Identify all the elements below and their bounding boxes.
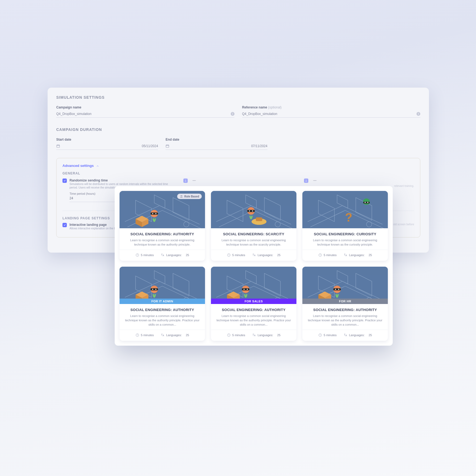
course-title: SOCIAL ENGINEERING: AUTHORITY xyxy=(216,308,292,312)
course-meta: 5 minutes Languages: 25 xyxy=(302,250,388,261)
info-icon[interactable]: i xyxy=(416,112,420,116)
right-partial-text: old screen before xyxy=(393,223,414,226)
group-icon xyxy=(304,178,308,183)
option-hidden-1[interactable]: — xyxy=(183,178,293,183)
clock-icon xyxy=(135,253,139,257)
course-meta: 5 minutes Languages: 25 xyxy=(302,330,388,341)
info-icon[interactable]: i xyxy=(231,112,234,116)
randomize-label: Randomize sending time xyxy=(70,178,173,182)
checkbox-checked-icon[interactable] xyxy=(62,223,67,227)
svg-point-3 xyxy=(306,180,307,181)
translate-icon xyxy=(343,333,347,337)
svg-rect-0 xyxy=(57,145,60,147)
clock-icon xyxy=(227,333,231,337)
translate-icon xyxy=(343,253,347,257)
course-card[interactable]: FOR IT ADMIN SOCIAL ENGINEERING: AUTHORI… xyxy=(120,267,205,341)
advanced-settings-toggle[interactable]: Advanced settings xyxy=(62,164,414,168)
translate-icon xyxy=(252,333,256,337)
course-meta: 5 minutes Languages: 25 xyxy=(120,330,205,341)
campaign-name-label: Campaign name xyxy=(56,105,234,109)
course-thumbnail: Role Based xyxy=(120,191,205,228)
course-thumbnail: ? xyxy=(302,191,388,228)
course-description: Learn to recognise a common social engin… xyxy=(124,238,200,247)
duration: 5 minutes xyxy=(318,333,337,337)
option-hidden-2[interactable]: — xyxy=(304,178,414,183)
section-title-simulation: SIMULATION SETTINGS xyxy=(56,95,420,100)
courses-grid: Role Based SOCIAL ENGINEERING: AUTHORITY… xyxy=(115,186,393,346)
campaign-name-input[interactable]: Q4_DropBox_simulation i xyxy=(56,111,234,118)
translate-icon xyxy=(161,333,164,337)
course-description: Learn to recognise a common social engin… xyxy=(216,238,292,247)
start-date-input[interactable]: 05/11/2024 xyxy=(56,143,158,150)
course-meta: 5 minutes Languages: 25 xyxy=(211,330,296,341)
languages: Languages: 25 xyxy=(343,253,372,257)
clock-icon xyxy=(135,333,139,337)
svg-text:?: ? xyxy=(345,211,352,224)
svg-point-4 xyxy=(181,196,181,196)
start-date-value: 05/11/2024 xyxy=(142,144,158,148)
course-card[interactable]: ? SOCIAL ENGINEERING: CURIOSITY Learn to… xyxy=(302,191,388,261)
course-thumbnail xyxy=(211,191,296,228)
course-meta: 5 minutes Languages: 25 xyxy=(120,250,205,261)
audience-bar: FOR SALES xyxy=(211,299,296,304)
duration: 5 minutes xyxy=(135,253,154,257)
languages: Languages: 25 xyxy=(252,333,280,337)
course-title: SOCIAL ENGINEERING: AUTHORITY xyxy=(124,308,200,312)
clock-icon xyxy=(227,253,231,257)
clock-icon xyxy=(318,253,322,257)
translate-icon xyxy=(161,253,164,257)
general-subhead: GENERAL xyxy=(62,171,414,175)
course-thumbnail: FOR HR xyxy=(302,267,388,304)
end-date-value: 07/11/2024 xyxy=(251,144,267,148)
languages: Languages: 25 xyxy=(252,253,280,257)
course-description: Learn to recognise a common social engin… xyxy=(216,314,292,327)
section-title-duration: CAMPAIGN DURATION xyxy=(56,127,420,132)
course-card[interactable]: FOR HR SOCIAL ENGINEERING: AUTHORITY Lea… xyxy=(302,267,388,341)
end-date-label: End date xyxy=(166,138,267,141)
course-card[interactable]: FOR SALES SOCIAL ENGINEERING: AUTHORITY … xyxy=(211,267,296,341)
course-thumbnail: FOR IT ADMIN xyxy=(120,267,205,304)
clock-icon xyxy=(318,333,322,337)
audience-bar: FOR IT ADMIN xyxy=(120,299,205,304)
course-card[interactable]: SOCIAL ENGINEERING: SCARCITY Learn to re… xyxy=(211,191,296,261)
field-campaign-name: Campaign name Q4_DropBox_simulation i xyxy=(56,105,234,118)
duration: 5 minutes xyxy=(227,333,245,337)
role-based-pill: Role Based xyxy=(177,194,202,199)
course-thumbnail: FOR SALES xyxy=(211,267,296,304)
reference-name-label: Reference name (optional) xyxy=(242,105,420,109)
languages: Languages: 25 xyxy=(343,333,372,337)
svg-point-5 xyxy=(181,196,182,196)
duration: 5 minutes xyxy=(135,333,154,337)
group-icon xyxy=(183,178,188,183)
start-date-label: Start date xyxy=(56,138,158,141)
end-date-input[interactable]: 07/11/2024 xyxy=(166,143,267,150)
svg-rect-8 xyxy=(256,217,262,221)
course-title: SOCIAL ENGINEERING: AUTHORITY xyxy=(307,308,383,312)
course-title: SOCIAL ENGINEERING: SCARCITY xyxy=(216,232,292,236)
course-card[interactable]: Role Based SOCIAL ENGINEERING: AUTHORITY… xyxy=(120,191,205,261)
field-reference-name: Reference name (optional) Q4_DropBox_sim… xyxy=(242,105,420,118)
field-start-date: Start date 05/11/2024 xyxy=(56,138,158,150)
translate-icon xyxy=(252,253,256,257)
calendar-icon xyxy=(56,144,60,148)
checkbox-checked-icon[interactable] xyxy=(62,178,67,183)
svg-rect-1 xyxy=(166,145,169,147)
course-description: Learn to recognise a common social engin… xyxy=(307,314,383,327)
svg-point-2 xyxy=(185,180,186,181)
duration: 5 minutes xyxy=(318,253,337,257)
users-icon xyxy=(180,195,183,198)
duration: 5 minutes xyxy=(227,253,245,257)
course-title: SOCIAL ENGINEERING: CURIOSITY xyxy=(307,232,383,236)
languages: Languages: 25 xyxy=(161,333,189,337)
course-meta: 5 minutes Languages: 25 xyxy=(211,250,296,261)
course-description: Learn to recognise a common social engin… xyxy=(307,238,383,247)
languages: Languages: 25 xyxy=(161,253,189,257)
campaign-name-value: Q4_DropBox_simulation xyxy=(56,112,91,116)
course-title: SOCIAL ENGINEERING: AUTHORITY xyxy=(124,232,200,236)
chevron-up-icon xyxy=(96,164,99,168)
audience-bar: FOR HR xyxy=(302,299,388,304)
reference-name-input[interactable]: Q4_DropBox_simulation i xyxy=(242,111,420,118)
course-description: Learn to recognise a common social engin… xyxy=(124,314,200,327)
reference-name-value: Q4_DropBox_simulation xyxy=(242,112,277,116)
field-end-date: End date 07/11/2024 xyxy=(166,138,267,150)
